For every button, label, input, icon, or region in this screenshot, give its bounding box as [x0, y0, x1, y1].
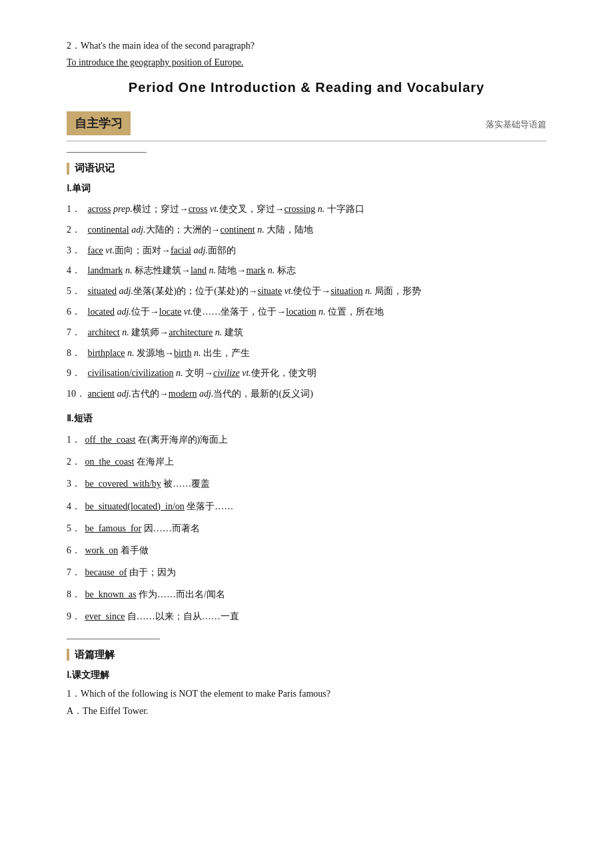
phrase-num-3: 3． — [67, 475, 83, 492]
word-located: located — [88, 307, 115, 317]
word-item-5: 5． situated adj.坐落(某处)的；位于(某处)的→situate … — [67, 283, 546, 299]
word-civilize: civilize — [213, 368, 240, 378]
word-item-1: 1． across prep.横过；穿过→cross vt.使交叉，穿过→cro… — [67, 201, 546, 217]
phrase-item-1: 1． off_the_coast 在(离开海岸的)海面上 — [67, 431, 546, 448]
part2-label: Ⅱ.短语 — [67, 413, 546, 425]
word-3-def2: adj.面部的 — [191, 245, 236, 255]
phrase-num-9: 9． — [67, 608, 83, 625]
word-5-def: adj.坐落(某处)的；位于(某处)的→ — [119, 286, 258, 296]
word-1-def3: n. 十字路口 — [315, 204, 364, 214]
comprehension-section: 语篇理解 Ⅰ.课文理解 1．Which of the following is … — [67, 649, 546, 717]
word-1-def2: vt.使交叉，穿过→ — [207, 204, 284, 214]
section1-subtitle: 落实基础导语篇 — [486, 119, 546, 131]
word-5-def3: n. 局面，形势 — [362, 286, 421, 296]
word-mark: mark — [246, 265, 265, 275]
word-6-def2: vt.使……坐落于，位于→ — [181, 307, 286, 317]
phrase-1-meaning: 在(离开海岸的)海面上 — [138, 435, 228, 445]
word-6-def: adj.位于→ — [117, 307, 159, 317]
word-situate: situate — [258, 286, 283, 296]
word-4-def3: n. 标志 — [265, 265, 296, 275]
word-continental: continental — [88, 225, 129, 235]
section1-header: 自主学习 — [67, 111, 131, 135]
word-9-def2: vt.使开化，使文明 — [240, 368, 316, 378]
word-continent: continent — [221, 225, 255, 235]
word-architecture: architecture — [169, 327, 213, 337]
comprehension-title: 语篇理解 — [67, 649, 546, 661]
phrase-num-2: 2． — [67, 453, 83, 470]
word-num-5: 5． — [67, 283, 85, 299]
word-num-1: 1． — [67, 201, 85, 217]
phrase-num-7: 7． — [67, 564, 83, 581]
phrase-item-5: 5． be_famous_for 因……而著名 — [67, 520, 546, 537]
word-10-def2: adj.当代的，最新的(反义词) — [197, 389, 313, 399]
phrase-be-covered: be_covered_with/by — [85, 479, 161, 489]
phrase-num-8: 8． — [67, 586, 83, 603]
word-num-7: 7． — [67, 325, 85, 341]
phrase-item-9: 9． ever_since 自……以来；自从……一直 — [67, 608, 546, 625]
intro-answer: To introduce the geography position of E… — [67, 57, 243, 68]
word-8-def: n. 发源地→ — [127, 348, 174, 358]
word-2-def: adj.大陆的；大洲的→ — [131, 225, 220, 235]
word-land: land — [191, 265, 207, 275]
word-locate: locate — [159, 307, 181, 317]
word-8-def2: n. 出生，产生 — [191, 348, 250, 358]
phrase-3-meaning: 被……覆盖 — [163, 479, 210, 489]
word-item-10: 10． ancient adj.古代的→modern adj.当代的，最新的(反… — [67, 386, 546, 402]
word-1-def: prep.横过；穿过→ — [113, 204, 189, 214]
word-item-4: 4． landmark n. 标志性建筑→land n. 陆地→mark n. … — [67, 263, 546, 279]
word-num-9: 9． — [67, 365, 85, 381]
word-ancient: ancient — [88, 389, 115, 399]
phrase-2-meaning: 在海岸上 — [137, 457, 174, 467]
phrase-item-3: 3． be_covered_with/by 被……覆盖 — [67, 475, 546, 492]
word-item-8: 8． birthplace n. 发源地→birth n. 出生，产生 — [67, 345, 546, 361]
vocab-title: 词语识记 — [67, 162, 546, 175]
phrase-item-4: 4． be_situated(located)_in/on 坐落于…… — [67, 498, 546, 515]
word-7-def: n. 建筑师→ — [122, 327, 169, 337]
phrase-list: 1． off_the_coast 在(离开海岸的)海面上 2． on_the_c… — [67, 431, 546, 625]
word-4-def: n. 标志性建筑→ — [125, 265, 191, 275]
word-6-def3: n. 位置，所在地 — [316, 307, 384, 317]
word-civilisation: civilisation/civilization — [88, 368, 174, 378]
word-situation: situation — [330, 286, 362, 296]
period-title: Period One Introduction & Reading and Vo… — [67, 80, 546, 95]
word-item-3: 3． face vt.面向；面对→facial adj.面部的 — [67, 243, 546, 259]
word-item-6: 6． located adj.位于→locate vt.使……坐落于，位于→lo… — [67, 304, 546, 320]
phrase-num-4: 4． — [67, 498, 83, 515]
phrase-9-meaning: 自……以来；自从……一直 — [127, 611, 239, 621]
divider2 — [67, 639, 160, 639]
intro-question: 2．What's the main idea of the second par… — [67, 40, 546, 52]
divider1 — [67, 152, 147, 153]
word-item-2: 2． continental adj.大陆的；大洲的→continent n. … — [67, 222, 546, 238]
comprehension-a1: A．The Eiffel Tower. — [67, 705, 546, 717]
word-3-def: vt.面向；面对→ — [105, 245, 171, 255]
phrase-6-meaning: 着手做 — [121, 545, 149, 555]
phrase-be-situated: be_situated(located)_in/on — [85, 501, 185, 511]
comprehension-part1-label: Ⅰ.课文理解 — [67, 669, 546, 681]
phrase-be-famous: be_famous_for — [85, 523, 142, 533]
part1-label: Ⅰ.单词 — [67, 183, 546, 195]
word-birth: birth — [174, 348, 191, 358]
word-4-def2: n. 陆地→ — [207, 265, 247, 275]
phrase-num-1: 1． — [67, 431, 83, 448]
phrase-item-6: 6． work_on 着手做 — [67, 542, 546, 559]
word-7-def2: n. 建筑 — [213, 327, 243, 337]
phrase-item-2: 2． on_the_coast 在海岸上 — [67, 453, 546, 470]
word-cross: cross — [189, 204, 208, 214]
word-location: location — [286, 307, 316, 317]
phrase-off-the-coast: off_the_coast — [85, 435, 136, 445]
word-num-2: 2． — [67, 222, 85, 238]
phrase-ever-since: ever_since — [85, 611, 125, 621]
phrase-item-7: 7． because_of 由于；因为 — [67, 564, 546, 581]
word-num-3: 3． — [67, 243, 85, 259]
phrase-be-known-as: be_known_as — [85, 589, 137, 599]
word-num-10: 10． — [67, 386, 85, 402]
word-birthplace: birthplace — [88, 348, 125, 358]
word-across: across — [88, 204, 111, 214]
word-face: face — [88, 245, 103, 255]
word-5-def2: vt.使位于→ — [282, 286, 330, 296]
phrase-4-meaning: 坐落于…… — [187, 501, 233, 511]
word-facial: facial — [171, 245, 191, 255]
phrase-on-the-coast: on_the_coast — [85, 457, 135, 467]
word-situated: situated — [88, 286, 117, 296]
phrase-work-on: work_on — [85, 545, 119, 555]
